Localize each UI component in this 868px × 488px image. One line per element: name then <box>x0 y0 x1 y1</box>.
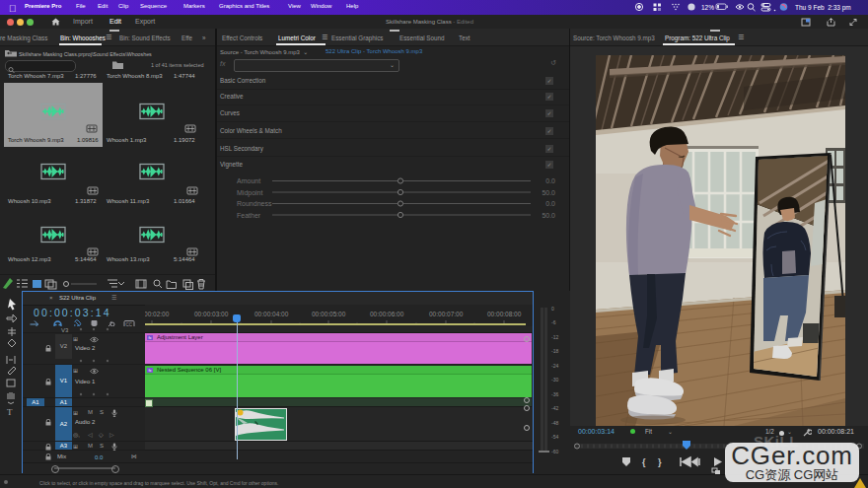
svg-text:}: } <box>658 457 662 467</box>
svg-text:Feather: Feather <box>237 212 261 219</box>
svg-text:Midpoint: Midpoint <box>237 189 263 197</box>
svg-text:Amount: Amount <box>237 177 260 184</box>
svg-text:-36: -36 <box>551 391 558 397</box>
svg-text:12%: 12% <box>701 4 714 11</box>
svg-text:-6: -6 <box>551 319 556 325</box>
svg-text:-60: -60 <box>551 449 558 454</box>
svg-text:-18: -18 <box>551 348 558 354</box>
svg-text:-42: -42 <box>551 405 558 411</box>
svg-text:0.0: 0.0 <box>545 200 555 207</box>
svg-text:0.0: 0.0 <box>545 177 555 184</box>
svg-text:-48: -48 <box>551 420 558 426</box>
svg-text:0: 0 <box>551 306 554 312</box>
svg-text:50.0: 50.0 <box>542 212 555 219</box>
svg-text:-24: -24 <box>551 363 558 369</box>
svg-text:-30: -30 <box>551 377 558 383</box>
svg-text:50.0: 50.0 <box>542 189 555 196</box>
svg-text:{: { <box>642 457 646 467</box>
svg-text:T: T <box>7 407 13 417</box>
svg-text:-54: -54 <box>551 434 558 440</box>
svg-text:Roundness: Roundness <box>237 200 272 207</box>
svg-text:-12: -12 <box>551 334 558 340</box>
